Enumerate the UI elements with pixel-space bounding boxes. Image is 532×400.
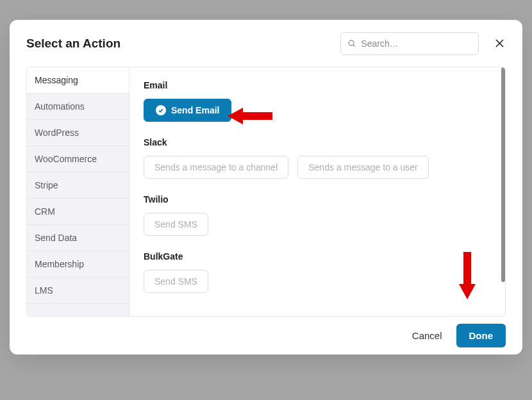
section-heading: Slack: [144, 137, 491, 147]
section-email: Email Send Email: [144, 80, 491, 122]
done-button[interactable]: Done: [456, 324, 506, 347]
section-slack: Slack Sends a message to a channel Sends…: [144, 137, 491, 179]
button-label: Done: [469, 330, 494, 341]
action-label: Send SMS: [154, 276, 197, 287]
section-twilio: Twilio Send SMS: [144, 194, 491, 236]
sidebar-item-label: LMS: [35, 285, 53, 296]
action-label: Send SMS: [154, 219, 197, 229]
action-row: Send Email: [144, 99, 491, 122]
close-icon: [494, 37, 506, 49]
modal-body: Messaging Automations WordPress WooComme…: [26, 67, 506, 317]
sidebar-item-label: WooCommerce: [35, 154, 97, 164]
sidebar-item-label: CRM: [35, 206, 55, 217]
modal-header: Select an Action: [10, 20, 522, 67]
button-label: Cancel: [412, 330, 442, 341]
action-label: Sends a message to a user: [308, 162, 417, 172]
modal-footer: Cancel Done: [10, 317, 522, 354]
svg-point-0: [349, 40, 354, 46]
scrollbar-thumb[interactable]: [501, 67, 505, 282]
sidebar-item-membership[interactable]: Membership: [27, 251, 129, 278]
action-bulkgate-sms[interactable]: Send SMS: [144, 270, 208, 293]
section-heading: BulkGate: [144, 251, 491, 262]
sidebar-item-label: Send Data: [35, 233, 77, 243]
sidebar-item-woocommerce[interactable]: WooCommerce: [27, 146, 129, 172]
search-box[interactable]: [340, 32, 479, 55]
close-button[interactable]: [492, 36, 507, 51]
sidebar: Messaging Automations WordPress WooComme…: [27, 67, 129, 316]
action-slack-user[interactable]: Sends a message to a user: [297, 156, 428, 179]
check-icon: [156, 105, 166, 115]
sidebar-item-wordpress[interactable]: WordPress: [27, 120, 129, 146]
svg-line-1: [353, 45, 355, 47]
sidebar-item-label: Automations: [35, 101, 85, 112]
cancel-button[interactable]: Cancel: [402, 324, 453, 347]
sidebar-item-send-data[interactable]: Send Data: [27, 225, 129, 251]
action-label: Sends a message to a channel: [154, 162, 278, 172]
search-icon: [347, 38, 356, 48]
sidebar-item-label: Membership: [35, 259, 84, 269]
sidebar-item-crm[interactable]: CRM: [27, 199, 129, 225]
sidebar-item-automations[interactable]: Automations: [27, 94, 129, 120]
action-row: Send SMS: [144, 270, 491, 293]
select-action-modal: Select an Action Messaging Automations W…: [10, 20, 522, 354]
sidebar-item-label: Stripe: [35, 180, 58, 190]
section-heading: Twilio: [144, 194, 491, 204]
search-input[interactable]: [361, 38, 472, 49]
sidebar-item-label: WordPress: [35, 128, 79, 138]
scrollbar[interactable]: [501, 67, 505, 316]
sidebar-item-lms[interactable]: LMS: [27, 278, 129, 304]
action-slack-channel[interactable]: Sends a message to a channel: [144, 156, 288, 179]
action-send-email[interactable]: Send Email: [144, 99, 231, 122]
content-panel: Email Send Email Slack Sends a message t…: [129, 67, 505, 316]
sidebar-item-messaging[interactable]: Messaging: [27, 67, 129, 94]
section-heading: Email: [144, 80, 491, 90]
modal-title: Select an Action: [26, 37, 121, 51]
action-twilio-sms[interactable]: Send SMS: [144, 213, 208, 236]
action-row: Send SMS: [144, 213, 491, 236]
action-label: Send Email: [171, 105, 219, 115]
sidebar-item-label: Messaging: [35, 75, 78, 85]
action-row: Sends a message to a channel Sends a mes…: [144, 156, 491, 179]
sidebar-item-stripe[interactable]: Stripe: [27, 172, 129, 199]
header-right: [340, 32, 507, 55]
section-bulkgate: BulkGate Send SMS: [144, 251, 491, 293]
